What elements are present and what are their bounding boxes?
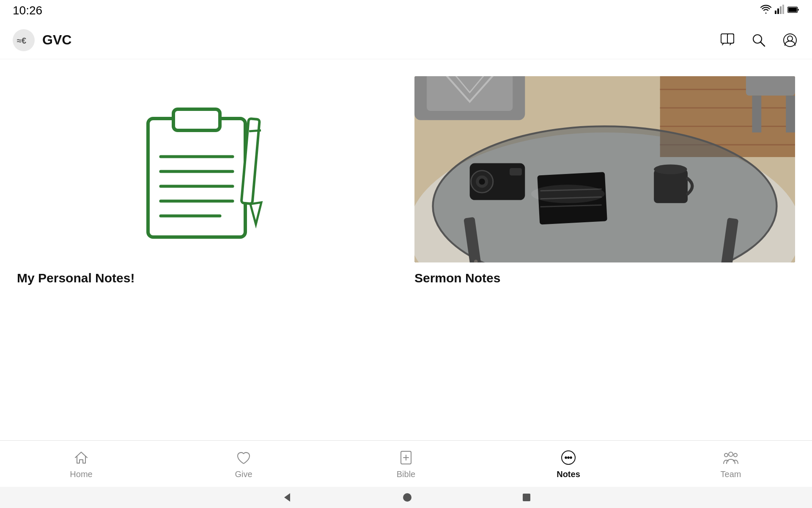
clipboard-illustration xyxy=(17,76,398,262)
main-content: My Personal Notes! xyxy=(0,59,812,453)
svg-point-47 xyxy=(654,164,687,174)
personal-notes-image xyxy=(17,76,398,262)
android-back-button[interactable] xyxy=(281,491,293,503)
personal-notes-card[interactable]: My Personal Notes! xyxy=(17,76,398,436)
svg-line-10 xyxy=(760,42,765,46)
team-icon xyxy=(721,448,740,467)
android-nav-bar xyxy=(0,487,812,508)
chat-icon[interactable] xyxy=(718,31,737,50)
give-icon xyxy=(234,448,253,467)
svg-text:≈€: ≈€ xyxy=(17,36,26,45)
nav-item-home[interactable]: Home xyxy=(0,448,162,479)
svg-rect-53 xyxy=(746,76,795,96)
nav-item-give[interactable]: Give xyxy=(162,448,325,479)
nav-item-bible[interactable]: Bible xyxy=(325,448,487,479)
nav-label-give: Give xyxy=(235,469,252,479)
svg-point-71 xyxy=(403,493,411,502)
svg-point-52 xyxy=(531,185,605,203)
wifi-icon xyxy=(760,5,771,17)
svg-rect-0 xyxy=(775,11,776,14)
sermon-notes-title: Sermon Notes xyxy=(414,271,795,285)
svg-rect-45 xyxy=(510,168,522,175)
nav-item-team[interactable]: Team xyxy=(650,448,812,479)
svg-rect-8 xyxy=(727,34,734,43)
svg-point-44 xyxy=(479,179,485,185)
svg-rect-46 xyxy=(654,169,688,203)
status-icons xyxy=(760,5,799,17)
nav-label-notes: Notes xyxy=(557,469,580,479)
nav-label-team: Team xyxy=(721,469,741,479)
app-bar-actions xyxy=(718,31,799,50)
svg-rect-2 xyxy=(780,6,782,14)
svg-point-12 xyxy=(787,36,793,41)
nav-item-notes[interactable]: Notes xyxy=(487,448,650,479)
svg-point-65 xyxy=(568,457,569,458)
app-title: GVC xyxy=(42,32,71,48)
nav-label-bible: Bible xyxy=(397,469,415,479)
sermon-notes-image xyxy=(414,76,795,262)
bottom-nav: Home Give Bible xyxy=(0,440,812,487)
nav-label-home: Home xyxy=(70,469,92,479)
svg-point-64 xyxy=(565,457,567,458)
svg-rect-13 xyxy=(148,119,245,237)
search-icon[interactable] xyxy=(749,31,768,50)
sermon-notes-card[interactable]: Sermon Notes xyxy=(414,76,795,436)
svg-rect-14 xyxy=(173,109,220,130)
signal-icon xyxy=(775,5,784,17)
notes-icon xyxy=(559,448,578,467)
app-bar: ≈€ GVC xyxy=(0,21,812,59)
svg-rect-35 xyxy=(427,76,513,111)
svg-point-67 xyxy=(729,452,733,456)
svg-point-69 xyxy=(734,453,737,457)
status-time: 10:26 xyxy=(13,4,42,17)
app-bar-left: ≈€ GVC xyxy=(13,29,71,51)
svg-rect-54 xyxy=(752,96,761,133)
svg-marker-70 xyxy=(284,493,290,502)
android-recents-button[interactable] xyxy=(522,493,531,502)
battery-icon xyxy=(787,5,799,16)
status-bar: 10:26 xyxy=(0,0,812,21)
svg-rect-3 xyxy=(782,5,784,14)
svg-point-66 xyxy=(570,457,572,458)
personal-notes-title: My Personal Notes! xyxy=(17,271,398,285)
bible-icon xyxy=(397,448,415,467)
svg-point-68 xyxy=(724,453,728,457)
svg-rect-1 xyxy=(777,8,779,14)
svg-rect-72 xyxy=(523,494,530,501)
home-icon xyxy=(72,448,91,467)
android-home-button[interactable] xyxy=(403,493,412,502)
svg-rect-5 xyxy=(788,8,797,12)
profile-icon[interactable] xyxy=(781,31,799,50)
app-logo[interactable]: ≈€ xyxy=(13,29,35,51)
svg-rect-55 xyxy=(786,96,795,133)
svg-line-24 xyxy=(249,130,261,131)
